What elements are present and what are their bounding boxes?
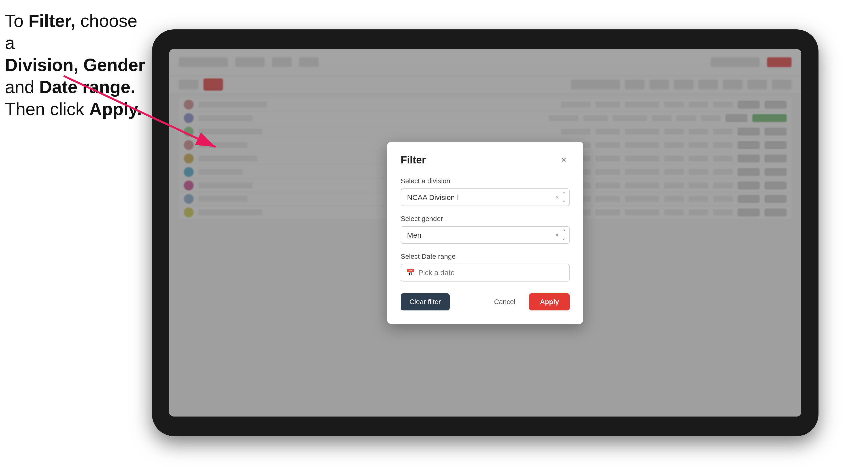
division-clear-icon[interactable]: × — [555, 194, 559, 200]
modal-footer: Clear filter Cancel Apply — [401, 293, 570, 310]
calendar-icon: 📅 — [406, 269, 415, 277]
date-range-input[interactable] — [401, 264, 570, 282]
instruction-text: To Filter, choose aDivision, Genderand D… — [5, 10, 147, 120]
date-input-wrapper: 📅 — [401, 264, 570, 282]
tablet-screen: Filter × Select a division NCAA Division… — [169, 49, 801, 416]
division-select-wrapper: NCAA Division I NCAA Division II NCAA Di… — [401, 188, 570, 206]
division-form-group: Select a division NCAA Division I NCAA D… — [401, 177, 570, 206]
date-range-form-group: Select Date range 📅 — [401, 253, 570, 282]
division-select[interactable]: NCAA Division I NCAA Division II NCAA Di… — [401, 188, 570, 206]
filter-modal: Filter × Select a division NCAA Division… — [387, 142, 583, 324]
modal-header: Filter × — [401, 154, 570, 166]
modal-close-button[interactable]: × — [558, 154, 570, 166]
division-label: Select a division — [401, 177, 570, 185]
date-range-label: Select Date range — [401, 253, 570, 260]
apply-button[interactable]: Apply — [529, 293, 570, 310]
division-chevron-icon: ⌃⌄ — [561, 191, 566, 204]
gender-chevron-icon: ⌃⌄ — [561, 228, 566, 241]
cancel-button[interactable]: Cancel — [485, 293, 524, 310]
tablet-device: Filter × Select a division NCAA Division… — [152, 29, 818, 436]
modal-title: Filter — [401, 154, 426, 166]
gender-clear-icon[interactable]: × — [555, 232, 559, 238]
modal-overlay: Filter × Select a division NCAA Division… — [169, 49, 801, 416]
gender-label: Select gender — [401, 215, 570, 223]
gender-select-wrapper: Men Women × ⌃⌄ — [401, 226, 570, 244]
clear-filter-button[interactable]: Clear filter — [401, 293, 450, 310]
gender-select[interactable]: Men Women — [401, 226, 570, 244]
gender-form-group: Select gender Men Women × ⌃⌄ — [401, 215, 570, 244]
